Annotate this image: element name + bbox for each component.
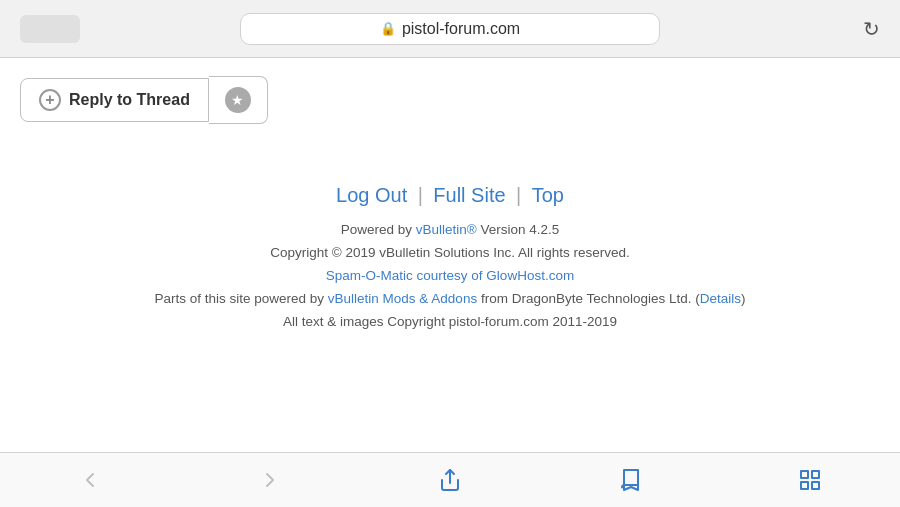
bookmark-button[interactable]: ★	[209, 76, 268, 124]
spam-link[interactable]: Spam-O-Matic courtesy of GlowHost.com	[326, 268, 574, 283]
svg-rect-2	[812, 471, 819, 478]
logout-link[interactable]: Log Out	[336, 184, 407, 206]
parts-suffix: from DragonByte Technologies Ltd. (	[477, 291, 700, 306]
reply-to-thread-button[interactable]: + Reply to Thread	[20, 78, 209, 122]
action-bar: + Reply to Thread ★	[20, 76, 880, 124]
back-button[interactable]	[78, 468, 102, 492]
mods-link[interactable]: vBulletin Mods & Addons	[328, 291, 477, 306]
ios-toolbar	[0, 452, 900, 507]
footer-text: Powered by vBulletin® Version 4.2.5 Copy…	[20, 219, 880, 334]
fullsite-link[interactable]: Full Site	[433, 184, 505, 206]
powered-suffix: Version 4.2.5	[477, 222, 560, 237]
svg-rect-4	[801, 482, 808, 489]
browser-chrome: 🔒 pistol-forum.com ↻	[0, 0, 900, 58]
forward-button[interactable]	[258, 468, 282, 492]
svg-rect-3	[812, 482, 819, 489]
details-link[interactable]: Details	[700, 291, 741, 306]
powered-prefix: Powered by	[341, 222, 416, 237]
url-text: pistol-forum.com	[402, 20, 520, 38]
parts-end: )	[741, 291, 746, 306]
page-content: + Reply to Thread ★ Log Out | Full Site …	[0, 58, 900, 452]
bookmarks-button[interactable]	[618, 468, 642, 492]
forward-icon	[258, 468, 282, 492]
browser-back-area	[20, 15, 80, 43]
parts-prefix: Parts of this site powered by	[154, 291, 327, 306]
lock-icon: 🔒	[380, 21, 396, 36]
copyright-line: Copyright © 2019 vBulletin Solutions Inc…	[20, 242, 880, 265]
tabs-button[interactable]	[798, 468, 822, 492]
bookmarks-icon	[618, 468, 642, 492]
star-icon: ★	[225, 87, 251, 113]
reload-button[interactable]: ↻	[863, 17, 880, 41]
copyright-images-line: All text & images Copyright pistol-forum…	[20, 311, 880, 334]
tabs-icon	[798, 468, 822, 492]
plus-icon: +	[39, 89, 61, 111]
svg-rect-1	[801, 471, 808, 478]
powered-by-line: Powered by vBulletin® Version 4.2.5	[20, 219, 880, 242]
footer-links: Log Out | Full Site | Top	[20, 184, 880, 207]
url-bar[interactable]: 🔒 pistol-forum.com	[240, 13, 660, 45]
spam-line: Spam-O-Matic courtesy of GlowHost.com	[20, 265, 880, 288]
share-icon	[438, 468, 462, 492]
back-icon	[78, 468, 102, 492]
top-link[interactable]: Top	[532, 184, 564, 206]
separator-2: |	[516, 184, 521, 206]
separator-1: |	[418, 184, 423, 206]
reply-button-label: Reply to Thread	[69, 91, 190, 109]
share-button[interactable]	[438, 468, 462, 492]
parts-line: Parts of this site powered by vBulletin …	[20, 288, 880, 311]
vbulletin-link[interactable]: vBulletin®	[416, 222, 477, 237]
